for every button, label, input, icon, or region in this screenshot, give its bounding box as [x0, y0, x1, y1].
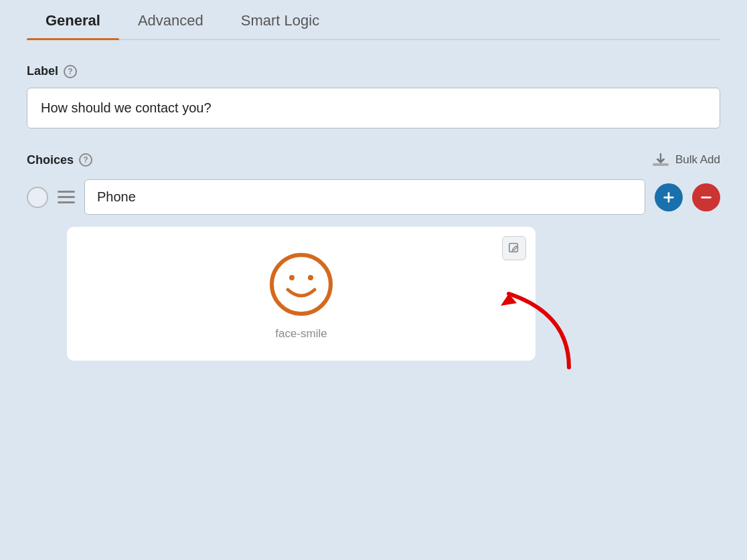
edit-icon [508, 242, 520, 254]
icon-card: face-smile [67, 227, 535, 361]
label-section-heading: Label ? [27, 64, 720, 78]
choice-row [27, 179, 720, 215]
tab-advanced[interactable]: Advanced [119, 0, 222, 39]
add-choice-button[interactable] [655, 183, 683, 211]
label-input[interactable] [27, 88, 720, 128]
choices-header: Choices ? Bulk Add [27, 153, 720, 167]
svg-point-3 [289, 275, 295, 280]
plus-icon [661, 190, 676, 205]
svg-rect-0 [653, 163, 669, 166]
drag-handle[interactable] [58, 191, 75, 203]
svg-point-2 [272, 255, 331, 314]
face-smile-svg [268, 251, 335, 318]
choice-input[interactable] [84, 179, 645, 215]
svg-point-4 [308, 275, 313, 280]
bulk-add-icon [651, 153, 670, 167]
tab-smart-logic[interactable]: Smart Logic [222, 0, 338, 39]
tabs-bar: General Advanced Smart Logic [27, 0, 720, 40]
label-help-icon[interactable]: ? [64, 65, 77, 78]
choice-radio[interactable] [27, 187, 48, 208]
icon-label: face-smile [275, 327, 327, 341]
choices-heading: Choices ? [27, 153, 92, 167]
tab-general[interactable]: General [27, 0, 119, 39]
remove-choice-button[interactable] [692, 183, 720, 211]
bulk-add-button[interactable]: Bulk Add [651, 153, 720, 167]
choices-help-icon[interactable]: ? [79, 153, 92, 167]
minus-icon [699, 190, 714, 205]
icon-edit-button[interactable] [502, 236, 526, 260]
